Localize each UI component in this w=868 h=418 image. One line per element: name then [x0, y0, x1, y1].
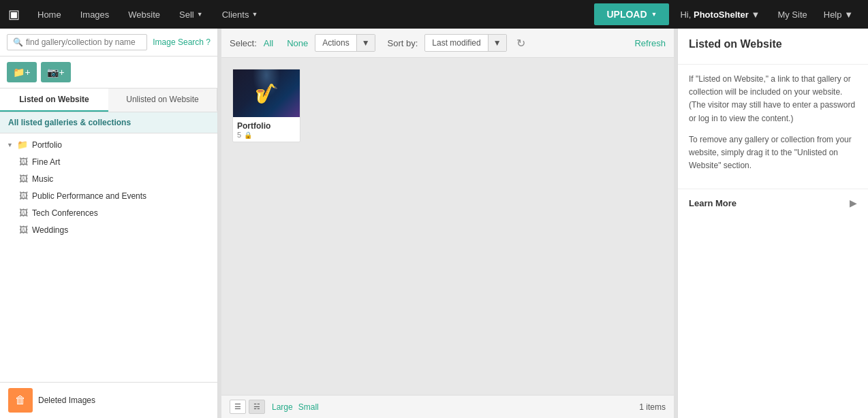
sidebar-search-area: 🔍 Image Search ? — [0, 29, 217, 57]
right-panel-title: Listed on Website — [689, 38, 857, 50]
folder-icon: 📁 — [17, 140, 28, 150]
chevron-down-icon: ▼ — [751, 10, 760, 20]
learn-more-section[interactable]: Learn More ▶ — [678, 189, 868, 216]
right-panel-paragraph-2: To remove any gallery or collection from… — [689, 133, 857, 173]
right-panel-paragraph-1: If "Listed on Website," a link to that g… — [689, 73, 857, 125]
deleted-images-label: Deleted Images — [38, 396, 95, 405]
sidebar-item-label: Tech Conferences — [32, 208, 98, 218]
learn-more-label: Learn More — [689, 198, 737, 208]
sidebar-item-fine-art[interactable]: 🖼 Fine Art — [0, 153, 217, 170]
small-size-link[interactable]: Small — [298, 402, 319, 412]
sidebar-item-music[interactable]: 🖼 Music — [0, 170, 217, 187]
new-gallery-button[interactable]: 📷+ — [41, 62, 71, 82]
my-site-link[interactable]: My Site — [771, 10, 813, 20]
sidebar-item-label: Weddings — [32, 225, 68, 235]
folder-plus-icon: 📁+ — [13, 67, 30, 78]
sidebar-item-tech-conferences[interactable]: 🖼 Tech Conferences — [0, 204, 217, 221]
refresh-link[interactable]: Refresh — [634, 38, 666, 48]
actions-dropdown-caret[interactable]: ▼ — [356, 35, 375, 51]
sort-select-dropdown[interactable]: Last modified ▼ — [424, 34, 506, 52]
image-search-link[interactable]: Image Search ? — [153, 37, 211, 47]
gallery-thumbnail — [233, 69, 300, 117]
search-input[interactable] — [26, 37, 141, 47]
grid-view-button[interactable]: ☵ — [249, 400, 265, 414]
right-panel-header: Listed on Website — [678, 29, 868, 65]
sidebar-tree: ▼ 📁 Portfolio 🖼 Fine Art 🖼 Music 🖼 Publi… — [0, 133, 217, 382]
gallery-icon: 🖼 — [19, 208, 28, 218]
search-icon: 🔍 — [13, 37, 23, 47]
upload-button[interactable]: UPLOAD ▼ — [594, 3, 669, 25]
item-count: 1 items — [639, 402, 666, 412]
chevron-right-icon: ▶ — [850, 197, 857, 208]
all-galleries-label: All listed galleries & collections — [0, 112, 217, 133]
gallery-icon: 🖼 — [19, 191, 28, 201]
list-view-button[interactable]: ☰ — [230, 400, 246, 414]
right-info-panel: Listed on Website If "Listed on Website,… — [677, 29, 868, 418]
deleted-images-thumbnail: 🗑 — [8, 388, 33, 413]
list-icon: ☰ — [234, 402, 241, 411]
sidebar-item-label: Music — [32, 174, 53, 184]
chevron-down-icon: ▼ — [844, 10, 853, 20]
sidebar-item-label: Public Performance and Events — [32, 191, 146, 201]
top-navigation: ▣ Home Images Website Sell ▼ Clients ▼ U… — [0, 0, 868, 29]
large-size-link[interactable]: Large — [272, 402, 293, 412]
grid-icon: ☵ — [253, 402, 260, 411]
content-bottom-bar: ☰ ☵ Large Small 1 items — [221, 395, 674, 418]
select-label: Select: — [230, 38, 257, 48]
gallery-icon: 🖼 — [19, 225, 28, 235]
chevron-down-icon: ▼ — [251, 11, 258, 18]
select-all-link[interactable]: All — [264, 38, 273, 48]
content-toolbar: Select: All None Actions ▼ Sort by: Last… — [221, 29, 674, 58]
sidebar-item-weddings[interactable]: 🖼 Weddings — [0, 221, 217, 238]
chevron-down-icon: ▼ — [197, 11, 203, 18]
sidebar-action-buttons: 📁+ 📷+ — [0, 57, 217, 89]
sidebar: 🔍 Image Search ? 📁+ 📷+ Listed on Website… — [0, 29, 218, 418]
gallery-card-name: Portfolio — [237, 121, 296, 131]
right-panel-body: If "Listed on Website," a link to that g… — [678, 65, 868, 189]
size-links: Large Small — [272, 402, 319, 412]
sort-by-label: Sort by: — [388, 38, 418, 48]
nav-home[interactable]: Home — [29, 0, 69, 29]
chevron-down-icon: ▼ — [651, 11, 657, 18]
search-box[interactable]: 🔍 — [7, 34, 147, 50]
gallery-icon: 🖼 — [19, 157, 28, 167]
gallery-icon: 🖼 — [19, 174, 28, 184]
user-menu[interactable]: Hi, PhotoShelter ▼ — [672, 10, 768, 20]
sidebar-item-label: Fine Art — [32, 157, 60, 167]
nav-images[interactable]: Images — [72, 0, 118, 29]
main-content-area: Select: All None Actions ▼ Sort by: Last… — [221, 29, 674, 418]
gallery-card-portfolio[interactable]: Portfolio 5 🔒 — [232, 69, 300, 142]
help-menu[interactable]: Help ▼ — [817, 10, 860, 20]
refresh-icon[interactable]: ↻ — [516, 37, 525, 50]
gallery-card-count: 5 🔒 — [237, 131, 296, 139]
tab-unlisted-on-website[interactable]: Unlisted on Website — [108, 89, 217, 112]
new-folder-button[interactable]: 📁+ — [7, 62, 37, 82]
actions-dropdown[interactable]: Actions ▼ — [315, 34, 375, 52]
image-plus-icon: 📷+ — [47, 67, 64, 78]
gallery-grid: Portfolio 5 🔒 — [232, 69, 663, 142]
chevron-down-icon: ▼ — [7, 142, 13, 148]
nav-website[interactable]: Website — [120, 0, 168, 29]
view-toggle-buttons: ☰ ☵ — [230, 400, 265, 414]
deleted-images-area[interactable]: 🗑 Deleted Images — [0, 382, 217, 418]
gallery-card-info: Portfolio 5 🔒 — [233, 117, 300, 142]
sidebar-item-public-performance[interactable]: 🖼 Public Performance and Events — [0, 187, 217, 204]
tab-listed-on-website[interactable]: Listed on Website — [0, 89, 108, 112]
trash-icon: 🗑 — [15, 394, 26, 406]
nav-sell[interactable]: Sell ▼ — [171, 0, 211, 29]
lock-icon: 🔒 — [244, 131, 252, 139]
nav-clients[interactable]: Clients ▼ — [214, 0, 266, 29]
gallery-area: Portfolio 5 🔒 — [221, 58, 674, 395]
app-logo-icon: ▣ — [8, 7, 20, 22]
sidebar-tabs: Listed on Website Unlisted on Website — [0, 89, 217, 112]
sort-dropdown-caret[interactable]: ▼ — [488, 35, 506, 51]
sidebar-item-label: Portfolio — [32, 140, 62, 150]
sidebar-item-portfolio[interactable]: ▼ 📁 Portfolio — [0, 136, 217, 153]
select-none-link[interactable]: None — [287, 38, 308, 48]
